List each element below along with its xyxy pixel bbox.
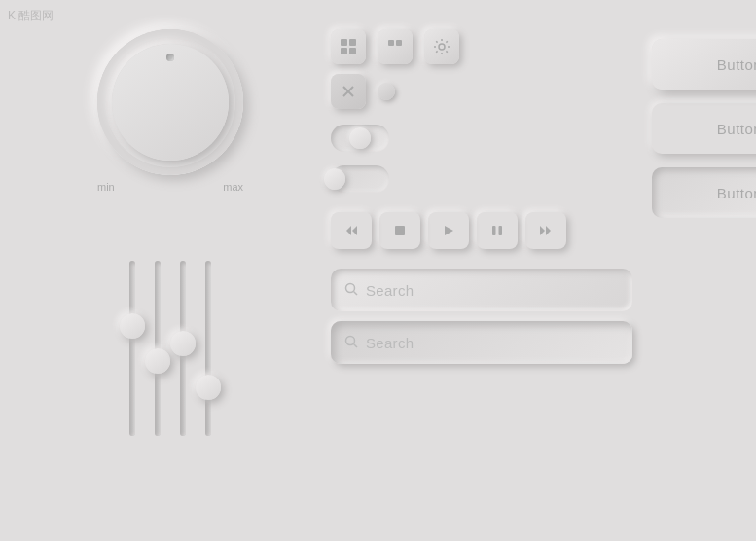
slider-3[interactable] bbox=[180, 222, 186, 436]
toggle-on[interactable] bbox=[331, 125, 389, 152]
svg-point-19 bbox=[346, 336, 355, 344]
icon-row-bottom bbox=[331, 74, 459, 109]
toggle-off[interactable] bbox=[331, 165, 389, 193]
slider-track-1 bbox=[129, 261, 135, 436]
slider-2[interactable] bbox=[155, 222, 161, 436]
rewind-button[interactable] bbox=[331, 212, 372, 249]
grid-icon bbox=[340, 38, 357, 55]
fast-forward-button[interactable] bbox=[525, 212, 566, 249]
slider-thumb-3[interactable] bbox=[170, 331, 196, 356]
media-controls bbox=[331, 212, 566, 249]
button-3[interactable]: Button bbox=[652, 167, 756, 218]
squares-icon-button[interactable] bbox=[378, 29, 413, 64]
stop-button[interactable] bbox=[379, 212, 420, 249]
svg-rect-11 bbox=[395, 226, 405, 235]
squares-icon bbox=[386, 38, 404, 55]
toggle-thumb-off bbox=[324, 168, 345, 190]
gear-icon-button[interactable] bbox=[424, 29, 459, 64]
search-section: Search Search bbox=[331, 269, 632, 364]
knob-section: min max bbox=[97, 29, 243, 193]
slider-thumb-1[interactable] bbox=[120, 313, 145, 339]
svg-rect-0 bbox=[341, 39, 347, 46]
svg-marker-12 bbox=[445, 226, 453, 235]
search-icon-2 bbox=[344, 335, 358, 351]
svg-rect-5 bbox=[396, 40, 402, 46]
search-placeholder-1: Search bbox=[366, 282, 414, 299]
sliders-section bbox=[129, 222, 211, 436]
button-3-label: Button bbox=[717, 185, 756, 201]
grid-icon-button[interactable] bbox=[331, 29, 366, 64]
knob-outer[interactable] bbox=[97, 29, 243, 175]
svg-line-18 bbox=[354, 291, 358, 295]
search-bar-2[interactable]: Search bbox=[331, 321, 632, 364]
svg-rect-13 bbox=[492, 226, 496, 235]
left-column: min max bbox=[19, 29, 321, 512]
right-column: Button Button Button bbox=[632, 29, 756, 512]
circle-indicator bbox=[378, 83, 395, 100]
search-icon-1 bbox=[344, 282, 358, 299]
gear-icon bbox=[433, 38, 450, 55]
toggle-thumb-on bbox=[349, 127, 371, 149]
icon-row-top bbox=[331, 29, 459, 64]
svg-marker-10 bbox=[352, 226, 357, 235]
play-icon bbox=[442, 224, 455, 237]
pause-icon bbox=[490, 224, 504, 237]
svg-line-20 bbox=[354, 343, 358, 347]
slider-thumb-4[interactable] bbox=[196, 375, 221, 400]
slider-1[interactable] bbox=[129, 222, 135, 436]
svg-rect-14 bbox=[499, 226, 503, 235]
slider-thumb-2[interactable] bbox=[145, 348, 170, 374]
svg-marker-16 bbox=[546, 226, 551, 235]
slider-track-4 bbox=[205, 261, 211, 436]
play-button[interactable] bbox=[428, 212, 469, 249]
slider-track-2 bbox=[155, 261, 161, 436]
svg-rect-2 bbox=[341, 48, 347, 54]
svg-rect-3 bbox=[349, 48, 356, 54]
button-2-label: Button bbox=[717, 121, 756, 137]
knob-inner bbox=[112, 44, 229, 161]
svg-marker-9 bbox=[346, 226, 351, 235]
svg-marker-15 bbox=[540, 226, 545, 235]
icon-row bbox=[331, 29, 459, 109]
pause-button[interactable] bbox=[477, 212, 518, 249]
rewind-icon bbox=[344, 224, 358, 237]
knob-min-label: min bbox=[97, 181, 115, 193]
middle-column: Search Search bbox=[321, 29, 632, 512]
fast-forward-icon bbox=[539, 224, 553, 237]
slider-track-3 bbox=[180, 261, 186, 436]
knob-dot bbox=[166, 54, 174, 61]
toggle-1-wrap bbox=[331, 125, 389, 152]
magnifier-icon-1 bbox=[344, 282, 358, 296]
close-icon-button[interactable] bbox=[331, 74, 366, 109]
toggle-2-wrap bbox=[331, 165, 389, 193]
search-placeholder-2: Search bbox=[366, 335, 414, 351]
svg-rect-4 bbox=[388, 40, 394, 46]
slider-4[interactable] bbox=[205, 222, 211, 436]
toggle-section bbox=[331, 125, 389, 193]
close-icon bbox=[340, 83, 357, 100]
magnifier-icon-2 bbox=[344, 335, 358, 348]
button-2[interactable]: Button bbox=[652, 103, 756, 154]
knob-max-label: max bbox=[223, 181, 243, 193]
knob-labels: min max bbox=[97, 181, 243, 193]
svg-point-6 bbox=[439, 44, 445, 50]
svg-rect-1 bbox=[349, 39, 356, 46]
svg-point-17 bbox=[346, 283, 355, 292]
button-1[interactable]: Button bbox=[652, 39, 756, 90]
button-1-label: Button bbox=[717, 56, 756, 73]
stop-icon bbox=[393, 224, 407, 237]
search-bar-1[interactable]: Search bbox=[331, 269, 632, 311]
